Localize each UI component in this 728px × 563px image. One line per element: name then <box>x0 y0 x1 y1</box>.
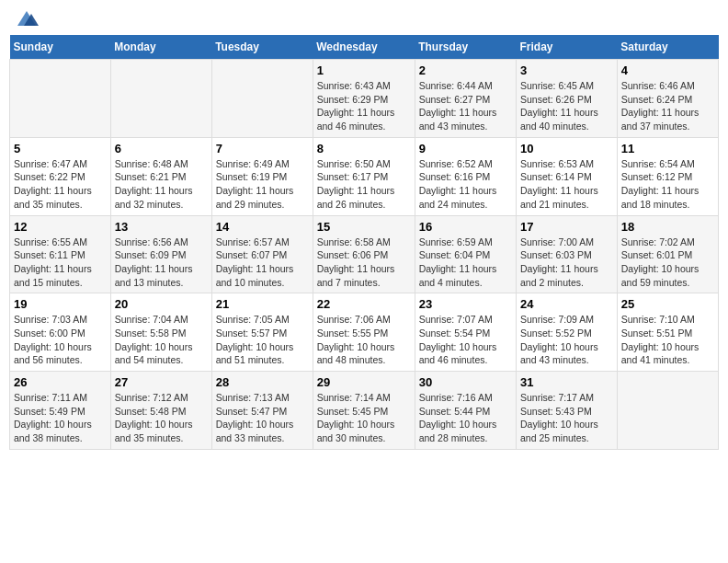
calendar-cell: 12Sunrise: 6:55 AM Sunset: 6:11 PM Dayli… <box>10 215 111 293</box>
calendar-cell: 11Sunrise: 6:54 AM Sunset: 6:12 PM Dayli… <box>617 137 718 215</box>
calendar-cell: 22Sunrise: 7:06 AM Sunset: 5:55 PM Dayli… <box>313 293 415 372</box>
day-content: Sunrise: 6:53 AM Sunset: 6:14 PM Dayligh… <box>520 157 613 212</box>
day-content: Sunrise: 6:47 AM Sunset: 6:22 PM Dayligh… <box>14 157 107 212</box>
day-content: Sunrise: 7:04 AM Sunset: 5:58 PM Dayligh… <box>115 313 208 367</box>
day-number: 8 <box>317 142 411 155</box>
day-number: 12 <box>14 220 107 234</box>
day-content: Sunrise: 6:46 AM Sunset: 6:24 PM Dayligh… <box>621 79 714 133</box>
day-content: Sunrise: 6:49 AM Sunset: 6:19 PM Dayligh… <box>216 157 309 212</box>
day-number: 29 <box>317 375 411 389</box>
day-number: 22 <box>317 297 411 311</box>
day-content: Sunrise: 6:59 AM Sunset: 6:04 PM Dayligh… <box>419 236 512 290</box>
calendar-cell: 10Sunrise: 6:53 AM Sunset: 6:14 PM Dayli… <box>517 137 618 215</box>
calendar-cell: 18Sunrise: 7:02 AM Sunset: 6:01 PM Dayli… <box>617 215 718 293</box>
calendar-cell: 13Sunrise: 6:56 AM Sunset: 6:09 PM Dayli… <box>110 215 211 293</box>
day-number: 19 <box>14 297 107 311</box>
calendar-cell <box>211 60 313 138</box>
calendar-table: SundayMondayTuesdayWednesdayThursdayFrid… <box>9 35 719 450</box>
calendar-cell: 21Sunrise: 7:05 AM Sunset: 5:57 PM Dayli… <box>211 293 313 372</box>
day-number: 1 <box>317 63 411 77</box>
calendar-week-3: 12Sunrise: 6:55 AM Sunset: 6:11 PM Dayli… <box>10 215 719 293</box>
day-number: 21 <box>216 297 309 311</box>
header-day-thursday: Thursday <box>415 35 516 60</box>
calendar-cell <box>110 60 211 138</box>
calendar-cell: 14Sunrise: 6:57 AM Sunset: 6:07 PM Dayli… <box>211 215 313 293</box>
day-content: Sunrise: 7:09 AM Sunset: 5:52 PM Dayligh… <box>520 313 613 367</box>
header-day-wednesday: Wednesday <box>313 35 415 60</box>
day-content: Sunrise: 6:55 AM Sunset: 6:11 PM Dayligh… <box>14 236 107 290</box>
day-number: 3 <box>520 63 613 77</box>
day-number: 23 <box>419 297 512 311</box>
calendar-cell: 29Sunrise: 7:14 AM Sunset: 5:45 PM Dayli… <box>313 372 415 450</box>
day-number: 28 <box>216 375 309 389</box>
calendar-cell: 24Sunrise: 7:09 AM Sunset: 5:52 PM Dayli… <box>517 293 618 372</box>
day-number: 31 <box>520 375 613 389</box>
calendar-cell: 25Sunrise: 7:10 AM Sunset: 5:51 PM Dayli… <box>617 293 718 372</box>
day-number: 14 <box>216 220 309 234</box>
day-number: 10 <box>520 142 613 155</box>
calendar-week-1: 1Sunrise: 6:43 AM Sunset: 6:29 PM Daylig… <box>10 60 719 138</box>
day-number: 2 <box>419 63 512 77</box>
calendar-cell: 19Sunrise: 7:03 AM Sunset: 6:00 PM Dayli… <box>10 293 111 372</box>
calendar-cell: 4Sunrise: 6:46 AM Sunset: 6:24 PM Daylig… <box>617 60 718 138</box>
day-content: Sunrise: 7:07 AM Sunset: 5:54 PM Dayligh… <box>419 313 512 367</box>
day-number: 6 <box>115 142 208 155</box>
day-number: 4 <box>621 63 714 77</box>
day-number: 20 <box>115 297 208 311</box>
day-content: Sunrise: 7:02 AM Sunset: 6:01 PM Dayligh… <box>621 236 714 290</box>
day-number: 24 <box>520 297 613 311</box>
day-content: Sunrise: 7:13 AM Sunset: 5:47 PM Dayligh… <box>216 391 309 445</box>
day-content: Sunrise: 6:56 AM Sunset: 6:09 PM Dayligh… <box>115 236 208 290</box>
day-content: Sunrise: 6:45 AM Sunset: 6:26 PM Dayligh… <box>520 79 613 133</box>
day-content: Sunrise: 7:14 AM Sunset: 5:45 PM Dayligh… <box>317 391 411 445</box>
day-number: 18 <box>621 220 714 234</box>
day-number: 9 <box>419 142 512 155</box>
calendar-cell: 27Sunrise: 7:12 AM Sunset: 5:48 PM Dayli… <box>110 372 211 450</box>
calendar-week-2: 5Sunrise: 6:47 AM Sunset: 6:22 PM Daylig… <box>10 137 719 215</box>
day-content: Sunrise: 6:43 AM Sunset: 6:29 PM Dayligh… <box>317 79 411 133</box>
header-day-saturday: Saturday <box>617 35 718 60</box>
day-content: Sunrise: 6:52 AM Sunset: 6:16 PM Dayligh… <box>419 157 512 212</box>
calendar-cell: 9Sunrise: 6:52 AM Sunset: 6:16 PM Daylig… <box>415 137 516 215</box>
day-content: Sunrise: 6:58 AM Sunset: 6:06 PM Dayligh… <box>317 236 411 290</box>
calendar-cell: 23Sunrise: 7:07 AM Sunset: 5:54 PM Dayli… <box>415 293 516 372</box>
day-content: Sunrise: 6:54 AM Sunset: 6:12 PM Dayligh… <box>621 157 714 212</box>
calendar-cell: 30Sunrise: 7:16 AM Sunset: 5:44 PM Dayli… <box>415 372 516 450</box>
calendar-cell: 1Sunrise: 6:43 AM Sunset: 6:29 PM Daylig… <box>313 60 415 138</box>
day-number: 30 <box>419 375 512 389</box>
calendar-cell: 2Sunrise: 6:44 AM Sunset: 6:27 PM Daylig… <box>415 60 516 138</box>
calendar-cell: 6Sunrise: 6:48 AM Sunset: 6:21 PM Daylig… <box>110 137 211 215</box>
calendar-week-5: 26Sunrise: 7:11 AM Sunset: 5:49 PM Dayli… <box>10 372 719 450</box>
calendar-cell: 17Sunrise: 7:00 AM Sunset: 6:03 PM Dayli… <box>517 215 618 293</box>
day-number: 16 <box>419 220 512 234</box>
calendar-cell: 3Sunrise: 6:45 AM Sunset: 6:26 PM Daylig… <box>517 60 618 138</box>
calendar-cell: 15Sunrise: 6:58 AM Sunset: 6:06 PM Dayli… <box>313 215 415 293</box>
calendar-header-row: SundayMondayTuesdayWednesdayThursdayFrid… <box>10 35 719 60</box>
calendar-cell: 20Sunrise: 7:04 AM Sunset: 5:58 PM Dayli… <box>110 293 211 372</box>
day-content: Sunrise: 6:48 AM Sunset: 6:21 PM Dayligh… <box>115 157 208 212</box>
day-content: Sunrise: 7:03 AM Sunset: 6:00 PM Dayligh… <box>14 313 107 367</box>
header-day-friday: Friday <box>517 35 618 60</box>
day-number: 15 <box>317 220 411 234</box>
header-day-tuesday: Tuesday <box>211 35 313 60</box>
day-content: Sunrise: 6:44 AM Sunset: 6:27 PM Dayligh… <box>419 79 512 133</box>
day-content: Sunrise: 7:00 AM Sunset: 6:03 PM Dayligh… <box>520 236 613 290</box>
day-number: 13 <box>115 220 208 234</box>
calendar-cell: 7Sunrise: 6:49 AM Sunset: 6:19 PM Daylig… <box>211 137 313 215</box>
day-number: 11 <box>621 142 714 155</box>
calendar-cell: 16Sunrise: 6:59 AM Sunset: 6:04 PM Dayli… <box>415 215 516 293</box>
page-header <box>9 9 719 28</box>
day-number: 25 <box>621 297 714 311</box>
day-content: Sunrise: 7:06 AM Sunset: 5:55 PM Dayligh… <box>317 313 411 367</box>
calendar-cell: 28Sunrise: 7:13 AM Sunset: 5:47 PM Dayli… <box>211 372 313 450</box>
day-number: 26 <box>14 375 107 389</box>
calendar-cell: 26Sunrise: 7:11 AM Sunset: 5:49 PM Dayli… <box>10 372 111 450</box>
calendar-cell <box>617 372 718 450</box>
day-number: 17 <box>520 220 613 234</box>
logo-icon <box>13 9 40 28</box>
day-number: 7 <box>216 142 309 155</box>
day-content: Sunrise: 7:12 AM Sunset: 5:48 PM Dayligh… <box>115 391 208 445</box>
header-day-monday: Monday <box>110 35 211 60</box>
day-content: Sunrise: 6:57 AM Sunset: 6:07 PM Dayligh… <box>216 236 309 290</box>
day-content: Sunrise: 7:05 AM Sunset: 5:57 PM Dayligh… <box>216 313 309 367</box>
